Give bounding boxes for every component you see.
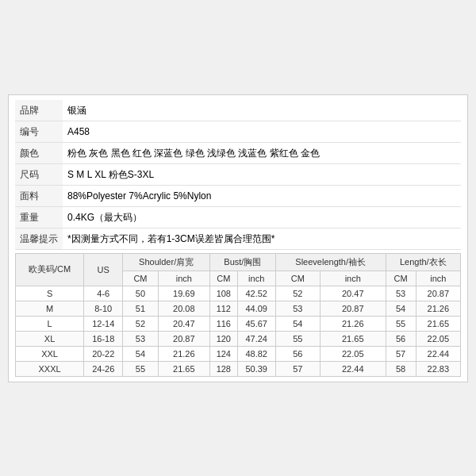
size-cell: 21.26: [320, 316, 386, 331]
sub-length-inch: inch: [416, 271, 460, 286]
col-header-us: US: [84, 253, 123, 286]
size-value: S M L XL 粉色S-3XL: [63, 163, 461, 185]
size-cell: 21.26: [158, 346, 209, 361]
size-cell: 22.44: [320, 361, 386, 376]
size-cell: 21.65: [320, 331, 386, 346]
material-value: 88%Polyester 7%Acrylic 5%Nylon: [63, 185, 461, 206]
size-cell: 22.05: [320, 346, 386, 361]
color-row: 颜色 粉色 灰色 黑色 红色 深蓝色 绿色 浅绿色 浅蓝色 紫红色 金色: [15, 142, 461, 163]
size-cell: 50: [123, 286, 158, 301]
sub-length-cm: CM: [386, 271, 416, 286]
sub-sleeve-cm: CM: [275, 271, 320, 286]
size-cell: 53: [386, 286, 416, 301]
size-cell: 47.24: [237, 331, 275, 346]
size-cell: 22.83: [416, 361, 460, 376]
size-row: XXXL24-265521.6512850.395722.445822.83: [16, 361, 461, 376]
size-row: XL16-185320.8712047.245521.655622.05: [16, 331, 461, 346]
warning-label: 温馨提示: [15, 228, 63, 249]
brand-value: 银涵: [63, 100, 461, 121]
brand-row: 品牌 银涵: [15, 100, 461, 121]
col-header-size: 欧美码/CM: [16, 253, 84, 286]
size-cell: 55: [275, 331, 320, 346]
size-cell: 57: [386, 346, 416, 361]
weight-row: 重量 0.4KG（最大码）: [15, 206, 461, 228]
size-cell: XXL: [16, 346, 84, 361]
size-cell: 54: [386, 301, 416, 316]
size-cell: 44.09: [237, 301, 275, 316]
size-cell: 20-22: [84, 346, 123, 361]
size-cell: 108: [210, 286, 238, 301]
sub-bust-inch: inch: [237, 271, 275, 286]
color-value: 粉色 灰色 黑色 红色 深蓝色 绿色 浅绿色 浅蓝色 紫红色 金色: [63, 142, 461, 163]
material-row: 面料 88%Polyester 7%Acrylic 5%Nylon: [15, 185, 461, 206]
size-cell: 12-14: [84, 316, 123, 331]
size-cell: 20.87: [158, 331, 209, 346]
size-cell: 51: [123, 301, 158, 316]
size-row: XXL20-225421.2612448.825622.055722.44: [16, 346, 461, 361]
size-cell: 45.67: [237, 316, 275, 331]
size-cell: 20.87: [320, 301, 386, 316]
size-cell: 52: [123, 316, 158, 331]
size-chart-header-main: 欧美码/CM US Shoulder/肩宽 Bust/胸围 Sleeveleng…: [16, 253, 461, 271]
size-cell: 56: [275, 346, 320, 361]
product-card: 品牌 银涵 编号 A458 颜色 粉色 灰色 黑色 红色 深蓝色 绿色 浅绿色 …: [8, 94, 468, 382]
sub-bust-cm: CM: [210, 271, 238, 286]
material-label: 面料: [15, 185, 63, 206]
warning-value: *因测量方式不同，若有1-3CM误差皆属合理范围*: [63, 228, 461, 249]
sub-sleeve-inch: inch: [320, 271, 386, 286]
code-label: 编号: [15, 121, 63, 142]
size-row: M8-105120.0811244.095320.875421.26: [16, 301, 461, 316]
size-cell: 124: [210, 346, 238, 361]
size-cell: 20.87: [416, 286, 460, 301]
size-cell: 128: [210, 361, 238, 376]
size-cell: 53: [275, 301, 320, 316]
weight-label: 重量: [15, 206, 63, 228]
size-cell: XL: [16, 331, 84, 346]
code-row: 编号 A458: [15, 121, 461, 142]
size-chart-body: S4-65019.6910842.525220.475320.87M8-1051…: [16, 286, 461, 376]
sub-shoulder-cm: CM: [123, 271, 158, 286]
size-cell: 116: [210, 316, 238, 331]
size-cell: 19.69: [158, 286, 209, 301]
size-cell: 22.05: [416, 331, 460, 346]
size-cell: 22.44: [416, 346, 460, 361]
size-cell: 54: [123, 346, 158, 361]
size-cell: 53: [123, 331, 158, 346]
col-header-bust: Bust/胸围: [210, 253, 276, 271]
brand-label: 品牌: [15, 100, 63, 121]
product-info-table: 品牌 银涵 编号 A458 颜色 粉色 灰色 黑色 红色 深蓝色 绿色 浅绿色 …: [15, 100, 461, 250]
size-cell: 21.26: [416, 301, 460, 316]
size-cell: 55: [123, 361, 158, 376]
size-cell: 20.08: [158, 301, 209, 316]
warning-row: 温馨提示 *因测量方式不同，若有1-3CM误差皆属合理范围*: [15, 228, 461, 249]
size-cell: 16-18: [84, 331, 123, 346]
color-label: 颜色: [15, 142, 63, 163]
weight-value: 0.4KG（最大码）: [63, 206, 461, 228]
size-cell: 57: [275, 361, 320, 376]
size-cell: 50.39: [237, 361, 275, 376]
size-cell: 42.52: [237, 286, 275, 301]
size-cell: 21.65: [158, 361, 209, 376]
size-row: S4-65019.6910842.525220.475320.87: [16, 286, 461, 301]
size-cell: 20.47: [158, 316, 209, 331]
size-cell: 24-26: [84, 361, 123, 376]
size-cell: 48.82: [237, 346, 275, 361]
size-row: 尺码 S M L XL 粉色S-3XL: [15, 163, 461, 185]
col-header-length: Length/衣长: [386, 253, 460, 271]
size-cell: 120: [210, 331, 238, 346]
col-header-shoulder: Shoulder/肩宽: [123, 253, 210, 271]
size-cell: L: [16, 316, 84, 331]
size-cell: S: [16, 286, 84, 301]
size-label: 尺码: [15, 163, 63, 185]
size-cell: M: [16, 301, 84, 316]
code-value: A458: [63, 121, 461, 142]
size-cell: 112: [210, 301, 238, 316]
size-cell: 4-6: [84, 286, 123, 301]
size-cell: 54: [275, 316, 320, 331]
size-cell: 58: [386, 361, 416, 376]
size-cell: 56: [386, 331, 416, 346]
sub-shoulder-inch: inch: [158, 271, 209, 286]
size-cell: 55: [386, 316, 416, 331]
size-cell: 20.47: [320, 286, 386, 301]
size-cell: 21.65: [416, 316, 460, 331]
